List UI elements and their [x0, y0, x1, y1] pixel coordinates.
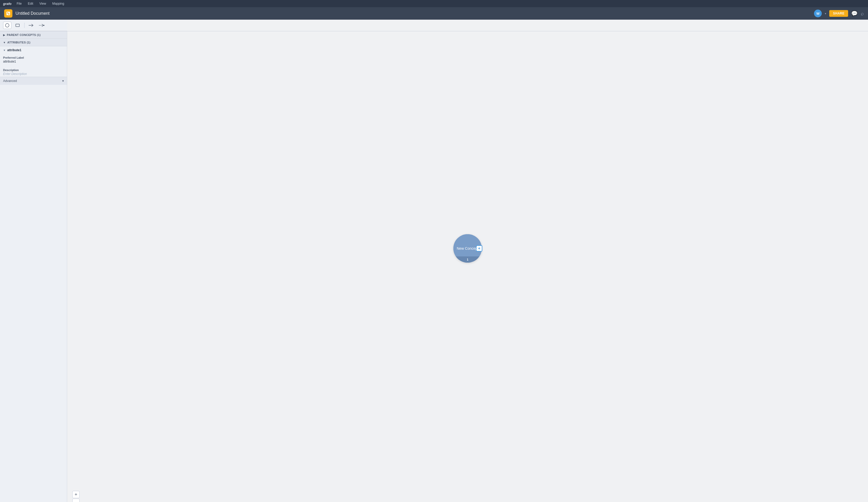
share-button[interactable]: SHARE — [829, 10, 848, 17]
toolbar-row — [0, 20, 868, 31]
svg-rect-2 — [8, 13, 9, 14]
toolbar-divider-1 — [24, 23, 24, 28]
concept-label: New Concept — [457, 246, 478, 251]
preferred-label-group: Preferred Label attribute1 — [0, 54, 67, 67]
menu-file[interactable]: File — [16, 1, 23, 6]
concept-circle[interactable]: New Concept 1 — [453, 234, 482, 263]
description-heading: Description — [3, 69, 64, 72]
parent-concepts-section[interactable]: ▶ PARENT CONCEPTS (1) — [0, 31, 67, 39]
description-group: Description Enter Description — [0, 67, 67, 77]
canvas-area[interactable]: New Concept 1 + + − — [67, 31, 868, 502]
concept-bottom-bar: 1 — [453, 257, 482, 263]
menu-mapping[interactable]: Mapping — [51, 1, 65, 6]
advanced-section[interactable]: Advanced ▾ — [0, 77, 67, 85]
search-icon[interactable]: ⌕ — [861, 11, 864, 17]
app-brand: grafo — [3, 2, 12, 6]
parent-concepts-label: PARENT CONCEPTS (1) — [7, 33, 41, 37]
svg-point-3 — [6, 23, 9, 27]
zoom-in-button[interactable]: + — [72, 491, 80, 498]
menu-view[interactable]: View — [39, 1, 47, 6]
preferred-label-heading: Preferred Label — [3, 56, 64, 59]
attribute1-chevron: ▼ — [3, 49, 6, 52]
dashed-arrow-tool-button[interactable] — [38, 22, 46, 29]
app-logo — [4, 9, 12, 18]
menu-edit[interactable]: Edit — [27, 1, 34, 6]
chat-icon[interactable]: 💬 — [851, 10, 858, 17]
avatar-dropdown-icon[interactable]: ▾ — [825, 12, 826, 15]
title-bar-right: W ▾ SHARE 💬 ⌕ — [814, 10, 864, 17]
attributes-chevron: ▼ — [3, 41, 6, 44]
zoom-controls: + − — [72, 491, 80, 502]
svg-rect-4 — [16, 24, 19, 27]
attribute1-label: attribute1 — [7, 48, 21, 52]
concept-circle-inner: New Concept 1 — [453, 234, 482, 263]
document-title[interactable]: Untitled Document — [16, 11, 811, 16]
svg-rect-0 — [7, 12, 10, 15]
menu-bar: grafo File Edit View Mapping — [0, 0, 868, 7]
sidebar: ▶ PARENT CONCEPTS (1) ▼ ATTRIBUTES (1) ▼… — [0, 31, 67, 502]
user-avatar[interactable]: W — [814, 10, 822, 17]
toolbar — [0, 20, 67, 31]
preferred-label-value[interactable]: attribute1 — [3, 60, 64, 63]
rectangle-tool-button[interactable] — [13, 22, 22, 29]
svg-point-7 — [43, 25, 44, 26]
arrow-tool-button[interactable] — [27, 22, 35, 29]
circle-tool-button[interactable] — [3, 22, 11, 29]
parent-concepts-chevron: ▶ — [3, 33, 5, 37]
attributes-section[interactable]: ▼ ATTRIBUTES (1) — [0, 39, 67, 46]
advanced-chevron-icon: ▾ — [62, 79, 64, 83]
attribute1-header[interactable]: ▼ attribute1 — [0, 46, 67, 54]
concept-node[interactable]: New Concept 1 + — [453, 234, 482, 263]
concept-count: 1 — [467, 258, 468, 261]
main-layout: ▶ PARENT CONCEPTS (1) ▼ ATTRIBUTES (1) ▼… — [0, 31, 868, 502]
attributes-label: ATTRIBUTES (1) — [7, 41, 30, 44]
description-input[interactable]: Enter Description — [3, 72, 64, 76]
zoom-out-button[interactable]: − — [72, 499, 80, 502]
title-bar: Untitled Document W ▾ SHARE 💬 ⌕ — [0, 7, 868, 20]
advanced-label: Advanced — [3, 79, 17, 83]
svg-rect-1 — [7, 12, 8, 13]
